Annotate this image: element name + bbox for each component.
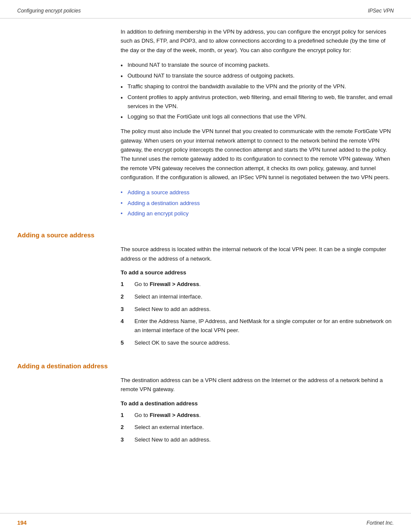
page-number: 194 (17, 520, 27, 526)
intro-section: In addition to defining membership in th… (17, 27, 394, 223)
section-1-content: The source address is located within the… (17, 245, 394, 354)
step-text: Enter the Address Name, IP Address, and … (134, 317, 394, 335)
header-left: Configuring encrypt policies (17, 8, 81, 14)
section-1-intro: The source address is located within the… (121, 245, 394, 263)
step-item: 2Select an internal interface. (121, 292, 394, 302)
section-1-right: The source address is located within the… (121, 245, 394, 354)
step-text: Go to Firewall > Address. (134, 280, 394, 289)
section-1-left-spacer (17, 245, 121, 354)
left-spacer (17, 27, 121, 223)
policy-bullet-item: Content profiles to apply antivirus prot… (121, 93, 394, 111)
policy-bullet-item: Traffic shaping to control the bandwidth… (121, 82, 394, 91)
step-item: 2Select an external interface. (121, 423, 394, 432)
step-item: 3Select New to add an address. (121, 305, 394, 314)
policy-bullet-item: Logging so that the FortiGate unit logs … (121, 112, 394, 121)
intro-paragraph: In addition to defining membership in th… (121, 27, 394, 55)
section-link[interactable]: Adding an encrypt policy (128, 210, 189, 217)
step-number: 2 (121, 292, 131, 302)
section-link-item: Adding a source address (121, 188, 394, 197)
step-item: 1Go to Firewall > Address. (121, 280, 394, 289)
section-2-right: The destination address can be a VPN cli… (121, 376, 394, 451)
section-2: Adding a destination address The destina… (17, 362, 394, 451)
section-links: Adding a source addressAdding a destinat… (121, 188, 394, 218)
step-number: 1 (121, 280, 131, 289)
step-number: 3 (121, 305, 131, 314)
section-1-heading: Adding a source address (17, 231, 394, 239)
step-text: Select an internal interface. (134, 292, 394, 302)
section-2-subheading: To add a destination address (121, 400, 394, 407)
step-item: 4Enter the Address Name, IP Address, and… (121, 317, 394, 335)
step-number: 3 (121, 436, 131, 445)
step-number: 4 (121, 317, 131, 326)
section-2-content: The destination address can be a VPN cli… (17, 376, 394, 451)
step-text: Select OK to save the source address. (134, 339, 394, 348)
step-number: 1 (121, 411, 131, 420)
policy-bullets: Inbound NAT to translate the source of i… (121, 61, 394, 121)
page-container: Configuring encrypt policies IPSec VPN I… (0, 0, 411, 532)
section-1: Adding a source address The source addre… (17, 231, 394, 354)
step-text: Select New to add an address. (134, 305, 394, 314)
step-item: 1Go to Firewall > Address. (121, 411, 394, 420)
step-number: 5 (121, 339, 131, 348)
section-link-item: Adding an encrypt policy (121, 209, 394, 218)
company-name: Fortinet Inc. (367, 520, 394, 526)
section-1-subheading: To add a source address (121, 269, 394, 276)
section-1-steps: 1Go to Firewall > Address.2Select an int… (121, 280, 394, 348)
step-number: 2 (121, 423, 131, 432)
section-2-heading: Adding a destination address (17, 362, 394, 370)
intro-content: In addition to defining membership in th… (121, 27, 394, 223)
header-right: IPSec VPN (368, 8, 394, 14)
section-2-left-spacer (17, 376, 121, 451)
section-2-intro: The destination address can be a VPN cli… (121, 376, 394, 394)
step-item: 3Select New to add an address. (121, 436, 394, 445)
policy-bullet-item: Inbound NAT to translate the source of i… (121, 61, 394, 70)
step-text: Go to Firewall > Address. (134, 411, 394, 420)
section-link[interactable]: Adding a destination address (128, 200, 200, 206)
page-header: Configuring encrypt policies IPSec VPN (0, 0, 411, 19)
section-2-steps: 1Go to Firewall > Address.2Select an ext… (121, 411, 394, 445)
content-area: In addition to defining membership in th… (0, 27, 411, 475)
section-link-item: Adding a destination address (121, 199, 394, 208)
policy-bullet-item: Outbound NAT to translate the source add… (121, 72, 394, 81)
section-link[interactable]: Adding a source address (128, 189, 190, 196)
step-text: Select New to add an address. (134, 436, 394, 445)
body-paragraph: The policy must also include the VPN tun… (121, 127, 394, 182)
step-text: Select an external interface. (134, 423, 394, 432)
step-item: 5Select OK to save the source address. (121, 339, 394, 348)
page-footer: 194 Fortinet Inc. (0, 513, 411, 532)
